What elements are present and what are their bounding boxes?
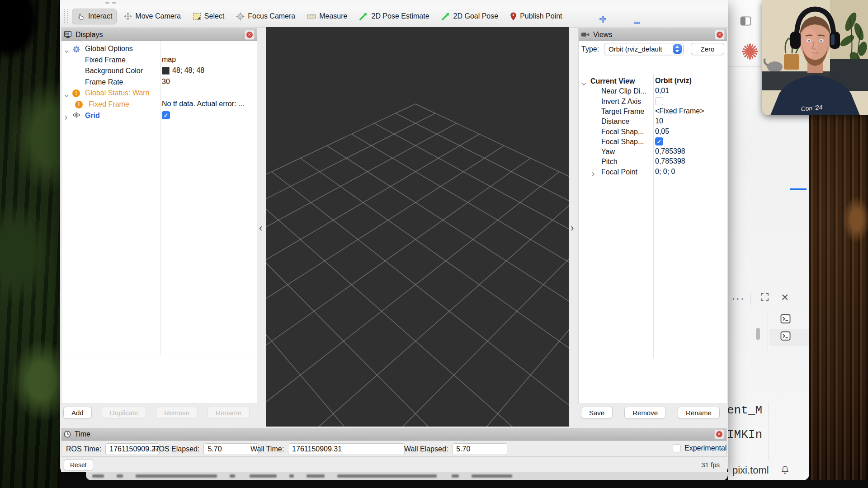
property-label: Invert Z Axis xyxy=(601,98,641,106)
tree-row[interactable]: Invert Z Axis xyxy=(579,97,727,108)
wall-time-input[interactable]: 1761150909.31 xyxy=(288,443,405,455)
close-icon[interactable] xyxy=(781,290,788,305)
property-label: Global Options xyxy=(85,45,133,53)
tool-goal-pose[interactable]: 2D Goal Pose xyxy=(437,8,503,24)
move-arrows-icon xyxy=(124,12,132,20)
views-icon xyxy=(581,32,590,38)
tree-row[interactable]: Frame Rate30 xyxy=(61,77,257,88)
close-panel-button[interactable] xyxy=(715,30,725,40)
checkbox[interactable] xyxy=(655,137,663,145)
remove-tool-icon[interactable] xyxy=(633,18,641,26)
property-value[interactable]: 0; 0; 0 xyxy=(655,168,726,176)
filename-label[interactable]: pixi.toml xyxy=(732,465,769,476)
tree-row[interactable]: Target Frame<Fixed Frame> xyxy=(579,107,727,117)
experimental-checkbox[interactable] xyxy=(673,444,681,452)
tree-row[interactable]: Fixed Framemap xyxy=(61,55,257,66)
tree-row[interactable]: Focal Shap... xyxy=(579,137,727,148)
color-swatch[interactable] xyxy=(162,67,170,75)
views-panel-header[interactable]: Views xyxy=(579,28,727,41)
collapse-right-handle[interactable] xyxy=(569,28,578,427)
dock-bar[interactable] xyxy=(86,472,728,480)
ros-time-input[interactable]: 1761150909.27 xyxy=(105,443,160,455)
add-tool-icon[interactable] xyxy=(599,15,607,25)
bell-icon[interactable] xyxy=(781,465,789,476)
property-value[interactable]: 48; 48; 48 xyxy=(162,66,255,75)
tree-row[interactable]: Fixed FrameNo tf data. Actual error: ... xyxy=(61,99,257,110)
time-panel-header[interactable]: Time xyxy=(61,428,726,441)
splitter[interactable] xyxy=(61,355,257,355)
divider xyxy=(728,462,808,462)
property-value[interactable]: 0,785398 xyxy=(655,157,726,165)
property-value[interactable]: 30 xyxy=(162,78,255,86)
tool-pose-estimate[interactable]: 2D Pose Estimate xyxy=(354,8,434,24)
property-value[interactable] xyxy=(162,111,255,119)
terminal-icon[interactable] xyxy=(780,331,791,343)
fullscreen-icon[interactable] xyxy=(760,293,769,303)
time-panel: Time ROS Time:1761150909.27ROS Elapsed:5… xyxy=(61,428,727,457)
views-save-button[interactable]: Save xyxy=(581,407,613,419)
checkbox[interactable] xyxy=(162,111,170,119)
collapse-left-handle[interactable] xyxy=(257,28,266,427)
tree-row[interactable]: Near Clip Di...0,01 xyxy=(579,86,727,97)
tree-row[interactable]: Global Status: Warn xyxy=(61,88,257,99)
displays-remove-button[interactable]: Remove xyxy=(156,407,198,419)
tree-row[interactable]: Focal Shap...0,05 xyxy=(579,127,727,138)
value-text: map xyxy=(162,56,176,64)
tool-label: 2D Goal Pose xyxy=(453,12,499,20)
divider xyxy=(769,402,769,461)
chevron-right-icon[interactable] xyxy=(64,114,68,122)
tool-select[interactable]: Select xyxy=(188,9,229,24)
checkbox[interactable] xyxy=(655,97,663,105)
chevron-right-icon[interactable] xyxy=(591,170,595,178)
chevron-down-icon[interactable] xyxy=(64,47,69,55)
tool-measure[interactable]: Measure xyxy=(302,9,352,24)
sidebar-toggle-icon[interactable] xyxy=(740,16,751,28)
property-value[interactable]: No tf data. Actual error: ... xyxy=(162,100,255,108)
views-remove-button[interactable]: Remove xyxy=(624,407,666,419)
property-value[interactable]: 0,785398 xyxy=(655,147,726,155)
close-panel-button[interactable] xyxy=(714,429,724,439)
tree-row[interactable]: Distance10 xyxy=(579,117,727,127)
chevron-left-icon xyxy=(259,222,262,234)
editor-text: ent_M xyxy=(727,404,762,417)
view-type-select[interactable]: Orbit (rviz_default xyxy=(604,43,684,55)
property-value[interactable]: map xyxy=(162,56,255,64)
scrollbar-thumb[interactable] xyxy=(756,328,760,340)
displays-duplicate-button[interactable]: Duplicate xyxy=(102,407,146,419)
tool-interact[interactable]: Interact xyxy=(72,9,117,24)
tree-row[interactable]: Current ViewOrbit (rviz) xyxy=(579,76,727,87)
tree-row[interactable]: Pitch0,785398 xyxy=(579,157,727,168)
displays-add-button[interactable]: Add xyxy=(63,407,92,419)
more-menu-icon[interactable] xyxy=(731,292,745,305)
close-panel-button[interactable] xyxy=(245,30,255,40)
tree-row[interactable]: Focal Point0; 0; 0 xyxy=(579,167,727,178)
views-rename-button[interactable]: Rename xyxy=(678,407,720,419)
hand-pointer-icon xyxy=(76,12,85,21)
tree-row[interactable]: Grid xyxy=(61,111,257,122)
property-value[interactable]: 10 xyxy=(655,117,726,125)
tool-move-camera[interactable]: Move Camera xyxy=(119,9,185,24)
wall-time-field: Wall Time:1761150909.31 xyxy=(250,443,405,455)
zero-button[interactable]: Zero xyxy=(691,43,724,55)
property-value[interactable]: <Fixed Frame> xyxy=(655,107,726,115)
property-value[interactable]: Orbit (rviz) xyxy=(655,77,726,85)
displays-rename-button[interactable]: Rename xyxy=(208,407,250,419)
terminal-icon[interactable] xyxy=(780,314,791,325)
tree-row[interactable]: Yaw0,785398 xyxy=(579,147,727,158)
property-value[interactable] xyxy=(655,137,726,145)
property-value[interactable]: 0,01 xyxy=(655,87,726,95)
chevron-down-icon[interactable] xyxy=(64,91,69,99)
tool-publish-point[interactable]: Publish Point xyxy=(505,9,566,24)
tool-focus-camera[interactable]: Focus Camera xyxy=(231,9,300,24)
reset-button[interactable]: Reset xyxy=(64,460,93,470)
ruler-icon xyxy=(307,14,316,19)
property-value[interactable] xyxy=(655,97,726,105)
3d-viewport[interactable] xyxy=(266,27,569,427)
toolbar-drag-handle[interactable] xyxy=(64,9,68,23)
displays-panel-header[interactable]: Displays xyxy=(61,28,257,41)
wall-elapsed-input[interactable]: 5.70 xyxy=(452,443,507,455)
property-value[interactable]: 0,05 xyxy=(655,127,726,136)
green-arrow-icon xyxy=(441,12,450,21)
tree-row[interactable]: Global Options xyxy=(61,44,257,55)
tree-row[interactable]: Background Color48; 48; 48 xyxy=(61,66,257,77)
